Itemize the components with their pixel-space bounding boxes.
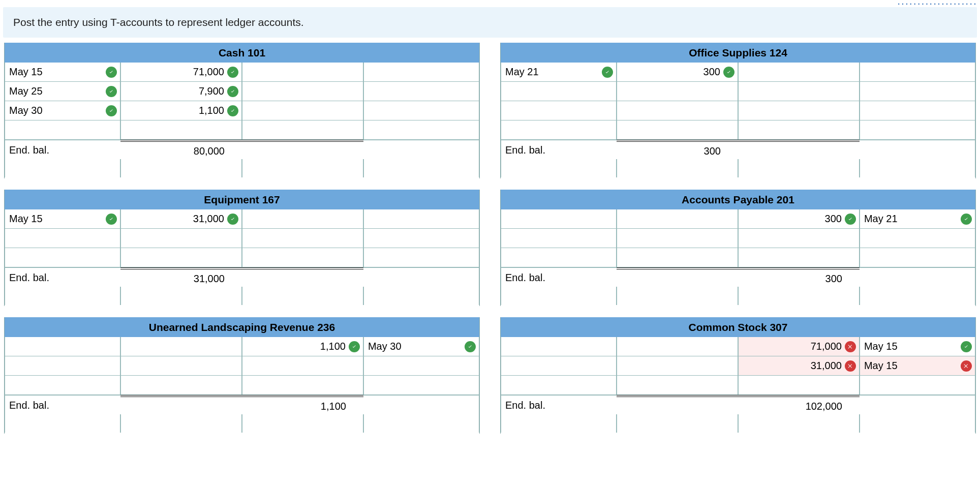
debit-amount-input[interactable]: 300 <box>617 63 738 82</box>
end-bal-credit <box>242 267 363 288</box>
credit-date-input[interactable] <box>363 63 479 82</box>
credit-date-input[interactable]: May 15 <box>860 356 975 376</box>
credit-date-input[interactable]: May 15 <box>860 337 975 356</box>
debit-amount-input[interactable]: 7,900 <box>120 82 242 101</box>
debit-date-input[interactable] <box>501 376 617 395</box>
credit-date-input[interactable] <box>860 376 975 395</box>
ledger-row <box>5 376 479 395</box>
debit-amount-input[interactable] <box>617 248 738 267</box>
credit-amount-input[interactable]: 1,100 <box>242 337 363 356</box>
debit-amount-input[interactable] <box>617 229 738 248</box>
debit-date-input[interactable] <box>501 120 617 140</box>
account-title: Accounts Payable 201 <box>501 190 975 209</box>
checkmark-icon <box>227 67 238 78</box>
credit-amount-input[interactable] <box>738 82 860 101</box>
debit-date-input[interactable]: May 15 <box>5 209 120 229</box>
credit-amount-input[interactable] <box>242 120 363 140</box>
debit-amount-input[interactable] <box>120 248 242 267</box>
credit-amount-input[interactable] <box>242 248 363 267</box>
debit-date-input[interactable]: May 21 <box>501 63 617 82</box>
credit-date-input[interactable] <box>363 82 479 101</box>
credit-date-input[interactable] <box>363 229 479 248</box>
end-bal-blank <box>860 140 975 160</box>
credit-date-input[interactable] <box>860 63 975 82</box>
account-title: Unearned Landscaping Revenue 236 <box>5 317 479 337</box>
end-bal-label: End. bal. <box>5 267 120 288</box>
credit-date-input[interactable]: May 30 <box>363 337 479 356</box>
debit-amount-input[interactable] <box>617 209 738 229</box>
credit-date-input[interactable] <box>363 209 479 229</box>
debit-date-input[interactable] <box>501 356 617 376</box>
credit-amount-input[interactable]: 71,000 <box>738 337 860 356</box>
debit-amount-input[interactable] <box>120 229 242 248</box>
credit-date-input[interactable] <box>860 248 975 267</box>
credit-amount-input[interactable] <box>738 376 860 395</box>
credit-amount-input[interactable] <box>738 120 860 140</box>
debit-amount-input[interactable] <box>120 120 242 140</box>
credit-date-input[interactable] <box>363 101 479 120</box>
debit-amount-input[interactable]: 1,100 <box>120 101 242 120</box>
debit-date-input[interactable] <box>5 229 120 248</box>
end-bal-credit: 300 <box>738 267 860 288</box>
credit-date-input[interactable] <box>860 101 975 120</box>
end-bal-label: End. bal. <box>501 140 617 160</box>
debit-date-input[interactable]: May 25 <box>5 82 120 101</box>
credit-amount-input[interactable]: 31,000 <box>738 356 860 376</box>
ledger-row: May 21300 <box>501 63 975 82</box>
end-bal-credit: 1,100 <box>242 395 363 415</box>
debit-date-input[interactable] <box>5 120 120 140</box>
ending-balance-row: End. bal.300 <box>501 267 975 287</box>
debit-amount-input[interactable] <box>617 356 738 376</box>
debit-amount-input[interactable] <box>617 120 738 140</box>
debit-amount-input[interactable] <box>617 101 738 120</box>
credit-date-input[interactable] <box>363 356 479 376</box>
credit-amount-input[interactable] <box>242 229 363 248</box>
ending-balance-row: End. bal.102,000 <box>501 395 975 414</box>
credit-amount-input[interactable] <box>738 229 860 248</box>
debit-date-input[interactable] <box>501 101 617 120</box>
checkmark-icon <box>227 86 238 97</box>
credit-amount-input[interactable] <box>242 63 363 82</box>
credit-date-input[interactable] <box>363 376 479 395</box>
debit-date-input[interactable] <box>5 376 120 395</box>
debit-date-input[interactable]: May 30 <box>5 101 120 120</box>
credit-amount-input[interactable] <box>738 101 860 120</box>
credit-date-input[interactable] <box>860 82 975 101</box>
checkmark-icon <box>106 105 117 116</box>
debit-date-input[interactable] <box>501 337 617 356</box>
credit-amount-input[interactable] <box>738 248 860 267</box>
credit-date-input[interactable]: May 21 <box>860 209 975 229</box>
credit-amount-input[interactable] <box>242 376 363 395</box>
checkmark-icon <box>106 86 117 97</box>
credit-date-input[interactable] <box>860 229 975 248</box>
checkmark-icon <box>106 67 117 78</box>
credit-amount-input[interactable] <box>242 82 363 101</box>
debit-amount-input[interactable] <box>617 376 738 395</box>
t-account: Common Stock 30771,000May 1531,000May 15… <box>500 317 976 434</box>
debit-date-input[interactable] <box>501 209 617 229</box>
debit-amount-input[interactable]: 31,000 <box>120 209 242 229</box>
debit-amount-input[interactable] <box>617 337 738 356</box>
debit-date-input[interactable] <box>5 356 120 376</box>
credit-amount-input[interactable] <box>242 356 363 376</box>
ledger-row: 300May 21 <box>501 209 975 229</box>
debit-amount-input[interactable] <box>120 356 242 376</box>
credit-date-input[interactable] <box>860 120 975 140</box>
credit-date-input[interactable] <box>363 120 479 140</box>
credit-amount-input[interactable]: 300 <box>738 209 860 229</box>
debit-amount-input[interactable] <box>120 337 242 356</box>
debit-date-input[interactable] <box>501 248 617 267</box>
debit-date-input[interactable] <box>5 248 120 267</box>
debit-amount-input[interactable]: 71,000 <box>120 63 242 82</box>
credit-amount-input[interactable] <box>242 101 363 120</box>
debit-amount-input[interactable] <box>617 82 738 101</box>
debit-date-input[interactable] <box>501 229 617 248</box>
debit-date-input[interactable]: May 15 <box>5 63 120 82</box>
credit-amount-input[interactable] <box>242 209 363 229</box>
credit-amount-input[interactable] <box>738 63 860 82</box>
debit-date-input[interactable] <box>5 337 120 356</box>
debit-amount-input[interactable] <box>120 376 242 395</box>
debit-date-input[interactable] <box>501 82 617 101</box>
credit-date-input[interactable] <box>363 248 479 267</box>
decorative-dashed-border: .................... <box>0 0 980 5</box>
